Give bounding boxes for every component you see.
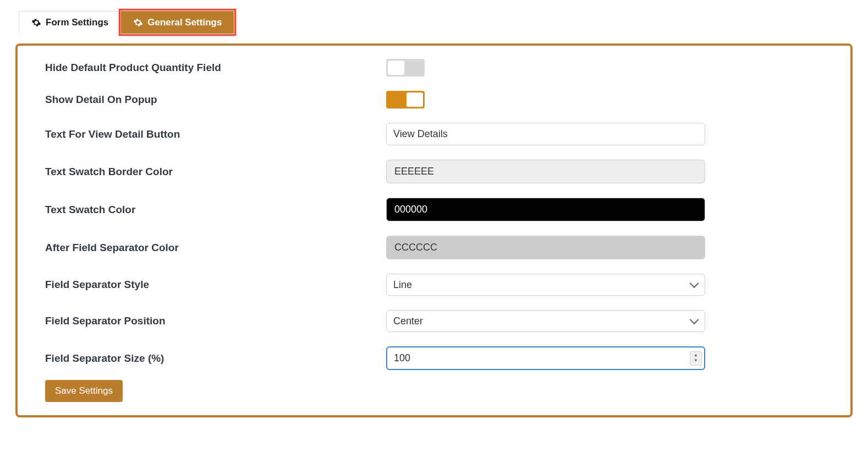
tab-label: General Settings [147, 17, 222, 28]
row-separator-color: After Field Separator Color CCCCCC [45, 236, 823, 259]
label-show-popup: Show Detail On Popup [45, 94, 386, 106]
label-swatch-color: Text Swatch Color [45, 204, 386, 216]
label-separator-size: Field Separator Size (%) [45, 352, 386, 365]
label-separator-color: After Field Separator Color [45, 242, 386, 254]
color-field-swatch[interactable]: 000000 [386, 198, 705, 221]
row-swatch-border-color: Text Swatch Border Color EEEEEE [45, 160, 823, 183]
row-view-detail-text: Text For View Detail Button [45, 123, 823, 145]
label-separator-style: Field Separator Style [45, 279, 386, 291]
label-hide-qty: Hide Default Product Quantity Field [45, 62, 386, 74]
gear-icon [133, 18, 143, 28]
label-swatch-border-color: Text Swatch Border Color [45, 166, 386, 178]
row-hide-qty: Hide Default Product Quantity Field [45, 59, 823, 77]
row-separator-style: Field Separator Style Line [45, 274, 823, 296]
toggle-knob [388, 61, 404, 75]
select-separator-style[interactable]: Line [386, 274, 705, 296]
row-separator-position: Field Separator Position Center [45, 310, 823, 332]
select-separator-position[interactable]: Center [386, 310, 705, 332]
save-settings-button[interactable]: Save Settings [45, 380, 123, 402]
row-separator-size: Field Separator Size (%) ▲ ▼ [45, 346, 823, 370]
color-field-separator[interactable]: CCCCCC [386, 236, 705, 259]
label-separator-position: Field Separator Position [45, 315, 386, 327]
number-spinner[interactable]: ▲ ▼ [690, 351, 702, 366]
row-swatch-color: Text Swatch Color 000000 [45, 198, 823, 221]
tabs-bar: Form Settings General Settings [15, 11, 853, 34]
number-wrap-separator-size: ▲ ▼ [386, 346, 705, 370]
input-view-detail-text[interactable] [386, 123, 705, 145]
select-wrap-separator-position: Center [386, 310, 705, 332]
spinner-down-icon[interactable]: ▼ [694, 358, 698, 364]
toggle-hide-qty[interactable] [386, 59, 425, 77]
toggle-show-popup[interactable] [386, 91, 425, 108]
row-show-popup: Show Detail On Popup [45, 91, 823, 108]
input-separator-size[interactable] [386, 346, 705, 370]
color-field-swatch-border[interactable]: EEEEEE [386, 160, 705, 183]
select-wrap-separator-style: Line [386, 274, 705, 296]
label-view-detail-text: Text For View Detail Button [45, 128, 386, 140]
tab-form-settings[interactable]: Form Settings [19, 11, 121, 34]
settings-panel: Hide Default Product Quantity Field Show… [15, 44, 853, 417]
tab-label: Form Settings [46, 17, 108, 28]
toggle-knob [406, 93, 423, 107]
gears-icon [31, 18, 41, 28]
tab-general-settings[interactable]: General Settings [121, 11, 234, 34]
